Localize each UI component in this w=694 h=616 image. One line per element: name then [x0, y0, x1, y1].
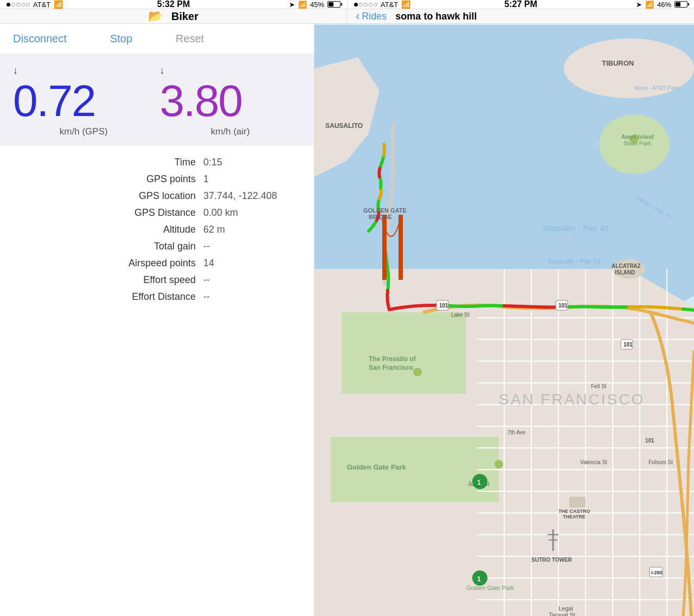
- bluetooth-icon-left: 📶: [298, 1, 307, 9]
- speed-display: ↓ 0.72 km/h (GPS) ↓ 3.80 km/h (air): [0, 54, 314, 146]
- speed-air-unit: km/h (air): [211, 126, 250, 137]
- svg-text:1: 1: [477, 575, 481, 583]
- signal-dots-left: [7, 3, 30, 7]
- status-bar-left: AT&T 📶 5:32 PM ➤ 📶 45%: [0, 0, 347, 9]
- reset-button[interactable]: Reset: [176, 33, 204, 45]
- svg-text:I-280: I-280: [651, 570, 663, 575]
- svg-text:Golden Gate Park: Golden Gate Park: [347, 463, 407, 471]
- speed-gps-unit: km/h (GPS): [60, 126, 108, 137]
- stat-value-effort-speed: --: [203, 274, 301, 286]
- svg-text:Legal: Legal: [558, 605, 573, 612]
- dot-1: [7, 3, 10, 7]
- bluetooth-icon-right: 📶: [645, 1, 654, 9]
- svg-text:Sausalito - Pier 41: Sausalito - Pier 41: [542, 223, 609, 233]
- location-icon-left: ➤: [289, 1, 295, 9]
- stat-row-effort-speed: Effort speed --: [13, 274, 301, 286]
- nav-left: 📂 Biker: [0, 9, 347, 23]
- svg-text:101: 101: [624, 342, 633, 348]
- battery-fill-right: [676, 2, 680, 7]
- svg-point-43: [613, 259, 645, 279]
- signal-group-left: AT&T 📶: [7, 0, 63, 9]
- dot-4: [21, 3, 25, 7]
- stats-container: Time 0:15 GPS points 1 GPS location 37.7…: [0, 146, 314, 313]
- stat-label-gps-location: GPS location: [87, 190, 196, 202]
- stat-value-effort-distance: --: [203, 291, 301, 303]
- stat-row-altitude: Altitude 62 m: [13, 224, 301, 235]
- location-icon-right: ➤: [636, 1, 642, 9]
- svg-text:SAN FRANCISCO: SAN FRANCISCO: [499, 391, 645, 408]
- svg-text:1: 1: [477, 479, 481, 486]
- stat-row-time: Time 0:15: [13, 157, 301, 168]
- battery-group-right: ➤ 📶 46%: [636, 1, 687, 9]
- svg-text:BRIDGE: BRIDGE: [369, 214, 392, 220]
- battery-right: [674, 1, 687, 8]
- stat-row-effort-distance: Effort Distance --: [13, 291, 301, 303]
- time-left: 5:32 PM: [157, 0, 190, 9]
- dot-r-5: [374, 3, 377, 7]
- back-button[interactable]: ‹ Rides: [356, 9, 387, 23]
- nav-bar: 📂 Biker ‹ Rides soma to hawk hill: [0, 9, 694, 24]
- stat-value-altitude: 62 m: [203, 224, 301, 235]
- speed-gps-column: ↓ 0.72 km/h (GPS): [13, 65, 160, 137]
- map-panel[interactable]: TIBURON Angel Island State Park SAUSALIT…: [314, 24, 694, 616]
- wifi-icon-right: 📶: [401, 0, 410, 9]
- speed-air-column: ↓ 3.80 km/h (air): [160, 65, 301, 137]
- svg-text:101: 101: [645, 438, 654, 444]
- stat-row-gps-points: GPS points 1: [13, 174, 301, 185]
- stat-label-effort-distance: Effort Distance: [87, 291, 196, 303]
- dot-r-2: [359, 3, 363, 7]
- svg-text:101: 101: [439, 303, 448, 309]
- svg-marker-11: [342, 312, 466, 394]
- svg-text:Lake St: Lake St: [451, 312, 470, 318]
- status-bar: AT&T 📶 5:32 PM ➤ 📶 45% AT&T 📶 5:27 PM: [0, 0, 694, 9]
- stat-value-gps-location: 37.744, -122.408: [203, 190, 301, 202]
- svg-text:SAUSALITO: SAUSALITO: [325, 122, 363, 130]
- stat-value-gps-points: 1: [203, 174, 301, 185]
- stat-value-airspeed-points: 14: [203, 258, 301, 269]
- carrier-left: AT&T: [33, 1, 50, 9]
- stat-row-total-gain: Total gain --: [13, 241, 301, 252]
- nav-right: ‹ Rides soma to hawk hill: [347, 9, 694, 23]
- stat-label-time: Time: [87, 157, 196, 168]
- signal-group-right: AT&T 📶: [354, 0, 410, 9]
- svg-text:101: 101: [558, 303, 568, 309]
- stat-value-gps-distance: 0.00 km: [203, 207, 301, 219]
- folder-icon[interactable]: 📂: [148, 9, 163, 23]
- battery-group-left: ➤ 📶 45%: [289, 1, 340, 9]
- svg-rect-39: [382, 215, 387, 280]
- svg-point-14: [413, 368, 422, 376]
- left-panel: Disconnect Stop Reset ↓ 0.72 km/h (GPS) …: [0, 24, 314, 616]
- svg-text:Marin - AT&T Park: Marin - AT&T Park: [634, 85, 679, 91]
- wifi-icon-left: 📶: [54, 0, 63, 9]
- dot-5: [26, 3, 30, 7]
- dot-3: [16, 3, 20, 7]
- stop-button[interactable]: Stop: [110, 33, 132, 45]
- svg-text:Taraval St: Taraval St: [549, 612, 575, 616]
- speed-air-value: 3.80: [160, 79, 242, 123]
- carrier-right: AT&T: [381, 1, 398, 9]
- ride-title: soma to hawk hill: [395, 11, 477, 22]
- dot-r-4: [369, 3, 372, 7]
- stat-value-total-gain: --: [203, 241, 301, 252]
- svg-text:7th Ave: 7th Ave: [507, 429, 526, 435]
- svg-text:Sausalito - Pier 41: Sausalito - Pier 41: [548, 258, 601, 265]
- disconnect-button[interactable]: Disconnect: [13, 33, 67, 45]
- action-buttons: Disconnect Stop Reset: [0, 24, 314, 54]
- stat-value-time: 0:15: [203, 157, 301, 168]
- svg-text:TIBURON: TIBURON: [602, 59, 634, 67]
- stat-label-effort-speed: Effort speed: [87, 274, 196, 286]
- speed-gps-value: 0.72: [13, 79, 95, 123]
- svg-text:ALCATRAZ: ALCATRAZ: [612, 263, 641, 269]
- map-svg: TIBURON Angel Island State Park SAUSALIT…: [314, 24, 694, 616]
- stat-row-gps-location: GPS location 37.744, -122.408: [13, 190, 301, 202]
- back-chevron-icon: ‹: [356, 9, 359, 23]
- svg-rect-77: [569, 497, 586, 508]
- svg-point-17: [494, 460, 503, 469]
- back-label: Rides: [362, 11, 387, 22]
- svg-text:ISLAND: ISLAND: [615, 270, 635, 275]
- air-down-arrow: ↓: [160, 65, 165, 76]
- app-title: Biker: [171, 10, 198, 23]
- svg-text:GOLDEN GATE: GOLDEN GATE: [363, 207, 407, 214]
- svg-text:The Presidio of: The Presidio of: [369, 355, 416, 363]
- battery-percent-left: 45%: [310, 1, 324, 9]
